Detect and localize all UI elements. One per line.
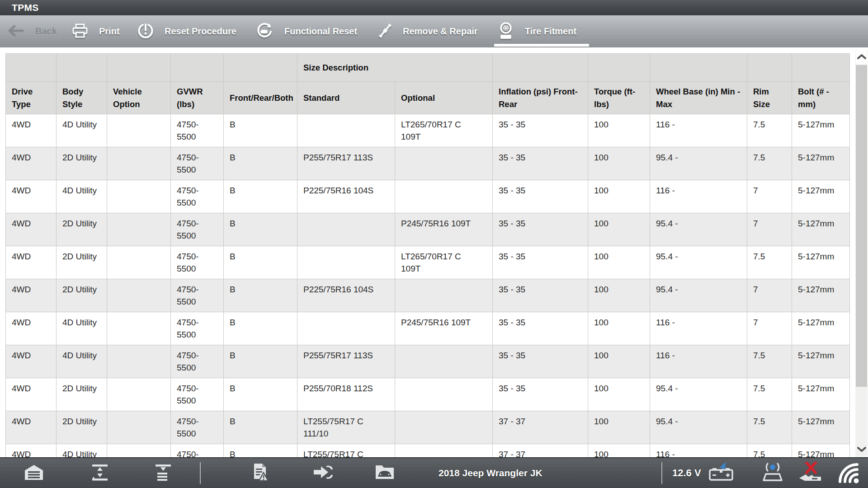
table-cell: 7.5 (747, 114, 792, 147)
table-cell (395, 411, 493, 444)
scroll-down-button[interactable] (856, 443, 867, 457)
col-drive-type: Drive Type (6, 82, 57, 114)
tire-fitment-button[interactable]: Tire Fitment (498, 15, 576, 47)
table-cell (395, 147, 493, 180)
table-cell: 5-127mm (792, 378, 850, 411)
app-title: TPMS (0, 0, 868, 15)
table-cell (297, 114, 395, 147)
title-bar: TPMS (0, 0, 868, 15)
table-cell: 4D Utility (57, 345, 107, 378)
table-cell (107, 411, 171, 444)
table-row: 4WD2D Utility4750-5500BLT255/75R17 C 111… (6, 411, 850, 444)
col-gvwr: GVWR (lbs) (171, 82, 224, 114)
table-cell: 116 - (650, 444, 747, 458)
table-cell (297, 246, 395, 279)
scrollbar-thumb[interactable] (856, 65, 867, 387)
wifi-status-indicator[interactable] (835, 458, 863, 488)
table-cell: 116 - (650, 345, 747, 378)
table-cell: 4750-5500 (171, 279, 224, 312)
vertical-scrollbar[interactable] (855, 50, 868, 457)
functional-reset-button[interactable]: Functional Reset (256, 15, 357, 47)
table-cell: 4WD (6, 444, 57, 458)
table-cell: B (224, 378, 297, 411)
table-cell: B (224, 114, 297, 147)
battery-status-indicator[interactable] (708, 458, 734, 488)
table-cell: 4750-5500 (171, 345, 224, 378)
table-cell: 2D Utility (57, 213, 107, 246)
wifi-signal-icon (835, 461, 863, 485)
table-cell: 100 (588, 411, 650, 444)
remove-repair-label: Remove & Repair (403, 26, 478, 37)
tpms-sensor-indicator[interactable] (760, 458, 785, 488)
table-cell: 7 (747, 312, 792, 345)
col-vehicle-option: Vehicle Option (107, 82, 171, 114)
table-cell: 95.4 - (650, 378, 747, 411)
table-cell: LT265/70R17 C 109T (395, 246, 493, 279)
table-cell: P225/75R16 104S (297, 180, 395, 213)
print-button[interactable]: Print (72, 15, 120, 47)
table-cell: 35 - 35 (493, 312, 588, 345)
vehicle-lift-lower-button[interactable] (154, 458, 173, 488)
table-cell: 35 - 35 (493, 180, 588, 213)
home-button[interactable] (24, 458, 44, 488)
table-cell: B (224, 279, 297, 312)
table-cell: 5-127mm (792, 444, 850, 458)
table-cell: 4D Utility (57, 114, 107, 147)
scroll-up-button[interactable] (856, 50, 867, 64)
vehicle-entry-button[interactable] (313, 458, 334, 488)
table-cell: B (224, 180, 297, 213)
table-column-header-row: Drive Type Body Style Vehicle Option GVW… (6, 82, 850, 114)
table-cell: 4WD (6, 147, 57, 180)
table-cell: 4WD (6, 378, 57, 411)
table-cell: 7.5 (747, 378, 792, 411)
table-cell: 7.5 (747, 345, 792, 378)
table-row: 4WD2D Utility4750-5500BP255/70R18 112S35… (6, 378, 850, 411)
back-arrow-icon (8, 25, 24, 38)
table-cell (107, 246, 171, 279)
back-button[interactable]: Back (8, 15, 57, 47)
table-cell: 4WD (6, 114, 57, 147)
table-cell: 5-127mm (792, 279, 850, 312)
remove-repair-button[interactable]: Remove & Repair (379, 15, 478, 47)
valve-tool-icon (379, 22, 392, 41)
col-optional: Optional (395, 82, 493, 114)
active-vehicle-label[interactable]: 2018 Jeep Wrangler JK (439, 458, 542, 488)
table-cell (107, 444, 171, 458)
table-row: 4WD2D Utility4750-5500BP245/75R16 109T35… (6, 213, 850, 246)
table-cell: 4WD (6, 411, 57, 444)
table-cell: B (224, 147, 297, 180)
table-cell: 7.5 (747, 444, 792, 458)
table-cell: 4WD (6, 180, 57, 213)
vehicle-lift-raise-button[interactable] (90, 458, 109, 488)
reset-procedure-button[interactable]: Reset Procedure (138, 15, 236, 47)
table-cell: B (224, 411, 297, 444)
table-cell (107, 279, 171, 312)
table-cell: 100 (588, 213, 650, 246)
table-cell: B (224, 444, 297, 458)
chevron-up-icon (857, 53, 866, 61)
table-cell: 7.5 (747, 411, 792, 444)
table-row: 4WD2D Utility4750-5500BLT265/70R17 C 109… (6, 246, 850, 279)
table-cell: 2D Utility (57, 147, 107, 180)
table-cell: 100 (588, 246, 650, 279)
repair-report-button[interactable] (251, 458, 269, 488)
table-cell: 4750-5500 (171, 246, 224, 279)
vehicle-records-button[interactable] (374, 458, 395, 488)
table-cell (395, 180, 493, 213)
functional-reset-icon (256, 23, 273, 40)
table-row: 4WD4D Utility4750-5500BLT255/75R17 C 111… (6, 444, 850, 458)
vehicle-records-icon (374, 464, 395, 482)
table-cell: 7.5 (747, 147, 792, 180)
table-cell: B (224, 312, 297, 345)
battery-voltage-value: 12.6 V (672, 458, 701, 488)
vehicle-communication-indicator[interactable] (798, 458, 824, 488)
table-cell: LT255/75R17 C 111/10 (297, 444, 395, 458)
table-cell: LT255/75R17 C 111/10 (297, 411, 395, 444)
tire-fitment-table-body: 4WD4D Utility4750-5500BLT265/70R17 C 109… (6, 114, 850, 458)
battery-charging-icon (708, 463, 734, 483)
table-cell: 2D Utility (57, 279, 107, 312)
col-front-rear-both: Front/Rear/Both (224, 82, 297, 114)
table-cell (107, 213, 171, 246)
table-cell: 100 (588, 279, 650, 312)
table-cell: 4WD (6, 312, 57, 345)
